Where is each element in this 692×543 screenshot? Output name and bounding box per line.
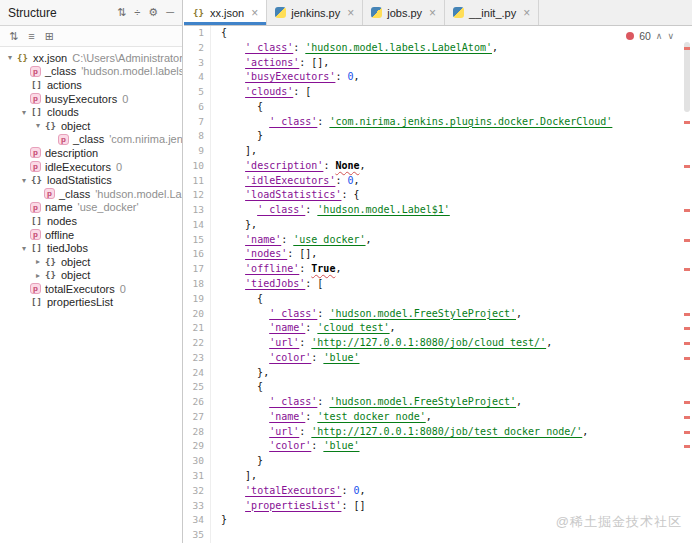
chevron-down-icon[interactable]: ▾ [18, 108, 30, 117]
tree-item-clouds[interactable]: ▾[]clouds [0, 105, 182, 119]
chevron-down-icon[interactable]: ▾ [18, 244, 30, 253]
code-line[interactable]: 12 'loadStatistics': { [184, 188, 692, 203]
error-stripe-mark[interactable] [684, 209, 690, 212]
code-line[interactable]: 29 'color': 'blue' [184, 439, 692, 454]
code-line[interactable]: 2 '_class': 'hudson.model.labels.LabelAt… [184, 41, 692, 56]
code-line[interactable]: 5 'clouds': [ [184, 85, 692, 100]
code-line[interactable]: 9 ], [184, 144, 692, 159]
error-stripe-mark[interactable] [684, 313, 690, 316]
code-text: 'totalExecutors': 0, [211, 484, 366, 499]
inspection-widget[interactable]: 60 ∧ ∨ [626, 30, 674, 42]
code-line[interactable]: 13 '_class': 'hudson.model.Label$1' [184, 203, 692, 218]
code-line[interactable]: 1{ [184, 26, 692, 41]
sort-alpha-icon[interactable]: ⇅ [9, 31, 18, 42]
error-stripe-mark[interactable] [684, 239, 690, 242]
tree-item-idleExecutors[interactable]: pidleExecutors0 [0, 160, 182, 174]
code-line[interactable]: 6 { [184, 100, 692, 115]
code-line[interactable]: 25 { [184, 380, 692, 395]
close-tab-icon[interactable]: × [523, 6, 530, 20]
error-stripe-mark[interactable] [684, 445, 690, 448]
prev-error-icon[interactable]: ∧ [656, 31, 663, 41]
scrollbar-thumb[interactable] [684, 42, 690, 112]
tab-jenkins.py[interactable]: jenkins.py× [267, 0, 363, 25]
group-by-icon[interactable]: ≡ [28, 31, 34, 42]
code-line[interactable]: 14 }, [184, 218, 692, 233]
expand-all-icon[interactable]: ⊞ [45, 31, 54, 42]
tree-item-_class[interactable]: p_class'com.nirima.jenkins.p [0, 133, 182, 147]
code-line[interactable]: 17 'offline': True, [184, 262, 692, 277]
code-line[interactable]: 16 'nodes': [], [184, 247, 692, 262]
code-line[interactable]: 24 }, [184, 366, 692, 381]
close-tab-icon[interactable]: × [251, 6, 258, 20]
tree-item-tiedJobs[interactable]: ▾[]tiedJobs [0, 241, 182, 255]
tree-item-busyExecutors[interactable]: pbusyExecutors0 [0, 92, 182, 106]
tree-item-description[interactable]: pdescription [0, 146, 182, 160]
error-stripe-mark[interactable] [684, 121, 690, 124]
code-line[interactable]: 19 { [184, 292, 692, 307]
code-line[interactable]: 8 } [184, 129, 692, 144]
line-number: 25 [184, 380, 211, 395]
error-stripe-mark[interactable] [684, 357, 690, 360]
code-area[interactable]: 1{2 '_class': 'hudson.model.labels.Label… [184, 26, 692, 543]
error-stripe-mark[interactable] [684, 431, 690, 434]
code-line[interactable]: 20 '_class': 'hudson.model.FreeStyleProj… [184, 307, 692, 322]
code-line[interactable]: 27 'name': 'test_docker_node', [184, 410, 692, 425]
tree-item-nodes[interactable]: []nodes [0, 214, 182, 228]
code-line[interactable]: 11 'idleExecutors': 0, [184, 174, 692, 189]
code-text: 'propertiesList': [] [211, 499, 366, 514]
code-line[interactable]: 4 'busyExecutors': 0, [184, 70, 692, 85]
code-line[interactable]: 15 'name': 'use_docker', [184, 233, 692, 248]
array-icon: [] [30, 216, 43, 226]
tree-item-_class[interactable]: p_class'hudson.model.labels.Label [0, 65, 182, 79]
error-stripe-mark[interactable] [684, 327, 690, 330]
code-line[interactable]: 22 'url': 'http://127.0.0.1:8080/job/clo… [184, 336, 692, 351]
code-line[interactable]: 30 } [184, 454, 692, 469]
tree-item-actions[interactable]: []actions [0, 78, 182, 92]
chevron-right-icon[interactable]: ▸ [32, 271, 44, 280]
filter-icon[interactable]: ÷ [134, 7, 140, 18]
tree-item-object[interactable]: ▸{}object [0, 255, 182, 269]
line-number: 9 [184, 144, 211, 159]
hide-panel-icon[interactable]: ─ [166, 7, 174, 18]
code-line[interactable]: 33 'propertiesList': [] [184, 499, 692, 514]
code-line[interactable]: 21 'name': 'cloud_test', [184, 321, 692, 336]
error-stripe-mark[interactable] [684, 268, 690, 271]
tab-xx.json[interactable]: {}xx.json× [184, 0, 267, 25]
tree-item-name[interactable]: pname'use_docker' [0, 201, 182, 215]
close-tab-icon[interactable]: × [347, 6, 354, 20]
code-text: ], [211, 469, 257, 484]
chevron-down-icon[interactable]: ▾ [32, 121, 44, 130]
error-stripe-mark[interactable] [684, 47, 690, 50]
tree-item-propertiesList[interactable]: []propertiesList [0, 296, 182, 310]
error-stripe-mark[interactable] [684, 342, 690, 345]
chevron-down-icon[interactable]: ▾ [18, 176, 30, 185]
error-stripe-mark[interactable] [684, 416, 690, 419]
code-line[interactable]: 32 'totalExecutors': 0, [184, 484, 692, 499]
chevron-right-icon[interactable]: ▸ [32, 257, 44, 266]
tree-item-totalExecutors[interactable]: ptotalExecutors0 [0, 282, 182, 296]
chevron-down-icon[interactable]: ▾ [4, 53, 16, 62]
tree-item-_class[interactable]: p_class'hudson.model.Label$1' [0, 187, 182, 201]
close-tab-icon[interactable]: × [429, 6, 436, 20]
code-line[interactable]: 31 ], [184, 469, 692, 484]
tree-item-loadStatistics[interactable]: ▾{}loadStatistics [0, 173, 182, 187]
sort-icon[interactable]: ⇅ [117, 7, 126, 18]
tree-item-xx.json[interactable]: ▾{}xx.jsonC:\Users\Administrator\Pycha [0, 51, 182, 65]
tab-jobs.py[interactable]: jobs.py× [363, 0, 445, 25]
code-line[interactable]: 23 'color': 'blue' [184, 351, 692, 366]
tree-item-object[interactable]: ▾{}object [0, 119, 182, 133]
settings-icon[interactable]: ⚙ [148, 7, 158, 18]
code-line[interactable]: 10 'description': None, [184, 159, 692, 174]
tab-__init_.py[interactable]: __init_.py× [445, 0, 539, 25]
error-stripe-mark[interactable] [684, 401, 690, 404]
code-line[interactable]: 18 'tiedJobs': [ [184, 277, 692, 292]
tree-item-object[interactable]: ▸{}object [0, 269, 182, 283]
code-line[interactable]: 3 'actions': [], [184, 56, 692, 71]
error-stripe[interactable] [682, 26, 692, 543]
error-stripe-mark[interactable] [684, 165, 690, 168]
next-error-icon[interactable]: ∨ [667, 31, 674, 41]
tree-item-offline[interactable]: poffline [0, 228, 182, 242]
code-line[interactable]: 7 '_class': 'com.nirima.jenkins.plugins.… [184, 115, 692, 130]
code-line[interactable]: 28 'url': 'http://127.0.0.1:8080/job/tes… [184, 425, 692, 440]
code-line[interactable]: 26 '_class': 'hudson.model.FreeStyleProj… [184, 395, 692, 410]
